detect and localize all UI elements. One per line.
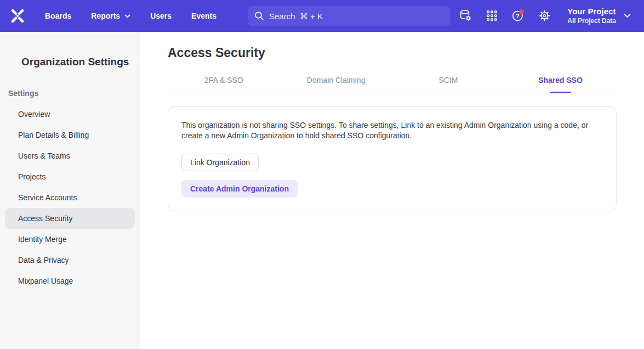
nav-item-users[interactable]: Users xyxy=(150,12,172,20)
topbar-icon-group: ? Your Proj xyxy=(459,7,631,25)
tab-label: Shared SSO xyxy=(538,76,583,85)
tab-label: SCIM xyxy=(438,76,458,85)
help-icon[interactable]: ? xyxy=(511,9,525,22)
nav-item-events[interactable]: Events xyxy=(191,12,216,20)
page-title: Access Security xyxy=(168,46,617,60)
sidebar-section-label: Settings xyxy=(0,89,140,98)
project-switcher[interactable]: Your Project All Project Data xyxy=(567,7,631,25)
sidebar-item-identity-merge[interactable]: Identity Merge xyxy=(5,229,135,250)
sidebar-item-mixpanel-usage[interactable]: Mixpanel Usage xyxy=(5,271,135,291)
card-actions: Link Organization Create Admin Organizat… xyxy=(181,141,603,198)
global-search[interactable] xyxy=(248,6,451,26)
mixpanel-logo-icon xyxy=(9,8,26,24)
tab-label: 2FA & SSO xyxy=(204,76,243,85)
project-text: Your Project All Project Data xyxy=(567,7,616,25)
primary-nav: Boards Reports Users Events xyxy=(45,12,216,20)
top-navigation-bar: Boards Reports Users Events xyxy=(0,0,644,32)
sidebar-nav-list: Overview Plan Details & Billing Users & … xyxy=(0,104,140,291)
access-security-tabs: 2FA & SSO Domain Claiming SCIM Shared SS… xyxy=(168,76,617,93)
nav-item-label: Users xyxy=(150,12,172,20)
chevron-down-icon xyxy=(124,14,130,18)
nav-item-reports[interactable]: Reports xyxy=(91,12,130,20)
sidebar-item-access-security[interactable]: Access Security xyxy=(5,208,135,229)
sidebar-item-plan-details-billing[interactable]: Plan Details & Billing xyxy=(5,125,135,145)
project-name: Your Project xyxy=(567,7,616,16)
sidebar-item-projects[interactable]: Projects xyxy=(5,166,135,187)
shared-sso-card: This organization is not sharing SSO set… xyxy=(168,106,617,211)
nav-item-label: Reports xyxy=(91,12,120,20)
apps-grid-icon[interactable] xyxy=(485,9,498,22)
settings-gear-icon[interactable] xyxy=(538,9,551,22)
svg-text:?: ? xyxy=(516,13,520,19)
tab-domain-claiming[interactable]: Domain Claiming xyxy=(280,76,392,93)
sidebar-title: Organization Settings xyxy=(0,56,140,68)
tab-shared-sso[interactable]: Shared SSO xyxy=(504,76,617,93)
mixpanel-logo[interactable] xyxy=(9,7,26,25)
nav-item-boards[interactable]: Boards xyxy=(45,12,71,20)
tab-2fa-sso[interactable]: 2FA & SSO xyxy=(168,76,280,93)
shared-sso-description: This organization is not sharing SSO set… xyxy=(181,120,599,141)
main-content: Access Security 2FA & SSO Domain Claimin… xyxy=(140,32,644,349)
data-management-icon[interactable] xyxy=(459,9,472,22)
project-data-view: All Project Data xyxy=(567,17,616,25)
sidebar-item-users-teams[interactable]: Users & Teams xyxy=(5,145,135,166)
create-admin-organization-button[interactable]: Create Admin Organization xyxy=(181,180,298,198)
nav-item-label: Events xyxy=(191,12,216,20)
org-settings-sidebar: Organization Settings Settings Overview … xyxy=(0,32,140,349)
link-organization-button[interactable]: Link Organization xyxy=(181,154,259,171)
nav-item-label: Boards xyxy=(45,12,71,20)
notification-dot xyxy=(520,10,524,14)
tab-label: Domain Claiming xyxy=(307,76,366,85)
sidebar-item-data-privacy[interactable]: Data & Privacy xyxy=(5,250,135,271)
search-input[interactable] xyxy=(269,12,434,21)
active-tab-underline xyxy=(550,92,571,93)
chevron-down-icon xyxy=(624,14,631,18)
sidebar-item-overview[interactable]: Overview xyxy=(5,104,135,125)
tab-scim[interactable]: SCIM xyxy=(392,76,505,93)
sidebar-item-service-accounts[interactable]: Service Accounts xyxy=(5,187,135,208)
search-icon xyxy=(254,11,264,21)
